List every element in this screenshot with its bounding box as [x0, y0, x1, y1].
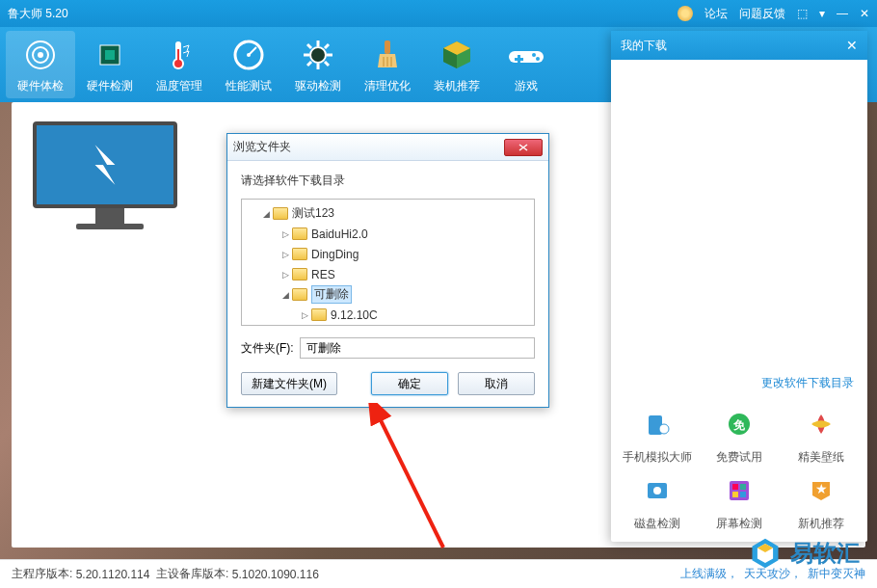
folder-icon — [292, 288, 307, 301]
thermo-icon — [160, 36, 199, 74]
download-grid-item[interactable]: 磁盘检测 — [619, 471, 695, 532]
tree-expand-icon[interactable]: ▷ — [280, 229, 290, 239]
grid-item-icon — [802, 405, 840, 443]
svg-rect-4 — [105, 50, 115, 60]
download-grid-item[interactable]: 精美壁纸 — [784, 405, 860, 466]
download-panel-title: 我的下载 — [621, 38, 846, 54]
new-folder-button[interactable]: 新建文件夹(M) — [241, 372, 337, 395]
svg-rect-39 — [740, 492, 746, 497]
dialog-title: 浏览文件夹 — [233, 139, 504, 155]
download-grid: 手机模拟大师免免费试用精美壁纸磁盘检测屏幕检测★新机推荐 — [611, 399, 867, 542]
folder-icon — [292, 248, 307, 260]
feedback-link[interactable]: 问题反馈 — [739, 6, 785, 22]
minimize-icon[interactable]: — — [837, 7, 848, 20]
download-grid-item[interactable]: ★新机推荐 — [784, 471, 860, 532]
toolbar-label: 温度管理 — [156, 78, 202, 94]
tree-expand-icon[interactable]: ▷ — [300, 310, 309, 320]
folder-icon — [292, 268, 307, 281]
svg-point-25 — [532, 53, 536, 57]
grid-item-icon — [720, 471, 758, 510]
tree-row[interactable]: ◢测试123 — [248, 203, 528, 224]
tree-item-name: DingDing — [311, 248, 359, 261]
toolbar-label: 清理优化 — [364, 78, 411, 94]
grid-item-label: 精美壁纸 — [798, 449, 844, 466]
tree-expand-icon[interactable]: ◢ — [280, 290, 290, 300]
folder-name-input[interactable] — [300, 337, 535, 359]
version-2: 5.1020.1090.116 — [232, 568, 319, 581]
toolbar-item-target[interactable]: 硬件体检 — [6, 31, 75, 98]
target-icon — [21, 36, 60, 74]
toolbar-item-thermo[interactable]: 温度管理 — [145, 31, 214, 98]
svg-rect-28 — [515, 58, 523, 61]
download-panel-header: 我的下载 ✕ — [611, 31, 867, 60]
svg-line-20 — [307, 62, 311, 66]
dialog-close-button[interactable] — [504, 139, 543, 156]
folder-icon — [273, 207, 288, 220]
chip-icon — [91, 36, 129, 74]
folder-tree[interactable]: ◢测试123▷BaiduHi2.0▷DingDing▷RES◢可删除▷9.12.… — [241, 199, 535, 326]
tree-row[interactable]: ▷BaiduHi2.0 — [248, 224, 528, 244]
tree-expand-icon[interactable]: ◢ — [261, 209, 271, 219]
close-icon[interactable]: ✕ — [860, 7, 869, 20]
toolbar-label: 硬件检测 — [87, 78, 133, 94]
svg-rect-36 — [732, 484, 738, 490]
version-1: 5.20.1120.114 — [76, 568, 150, 581]
grid-item-icon: ★ — [802, 471, 840, 510]
svg-rect-37 — [740, 484, 746, 490]
cancel-button[interactable]: 取消 — [458, 372, 535, 395]
tree-row[interactable]: ▷RES — [248, 264, 528, 284]
svg-line-17 — [307, 44, 311, 48]
change-download-dir-link[interactable]: 更改软件下载目录 — [611, 367, 867, 399]
tree-row[interactable]: ◢可删除 — [248, 284, 528, 305]
svg-line-19 — [325, 44, 329, 48]
download-grid-item[interactable]: 手机模拟大师 — [619, 405, 695, 466]
tree-item-name: 测试123 — [292, 205, 334, 222]
grid-item-label: 磁盘检测 — [634, 516, 680, 532]
svg-point-26 — [536, 57, 540, 61]
toolbar-item-chip[interactable]: 硬件检测 — [75, 31, 145, 98]
svg-point-12 — [310, 47, 326, 63]
tree-expand-icon[interactable]: ▷ — [280, 250, 290, 259]
toolbar-item-gear[interactable]: 驱动检测 — [283, 31, 353, 98]
toolbar-label: 游戏 — [515, 78, 538, 94]
svg-rect-8 — [177, 49, 179, 63]
menu-icon[interactable]: ▾ — [819, 7, 825, 20]
toolbar-item-brush[interactable]: 清理优化 — [353, 31, 422, 98]
title-bar: 鲁大师 5.20 论坛 问题反馈 ⬚ ▾ — ✕ — [0, 0, 877, 27]
svg-point-30 — [659, 424, 669, 434]
medal-icon[interactable] — [678, 6, 693, 21]
download-panel-body — [611, 60, 867, 367]
dialog-prompt: 请选择软件下载目录 — [241, 173, 535, 189]
toolbar-item-gauge[interactable]: 性能测试 — [214, 31, 283, 98]
gear-icon — [299, 36, 337, 74]
browse-folder-dialog: 浏览文件夹 请选择软件下载目录 ◢测试123▷BaiduHi2.0▷DingDi… — [226, 133, 549, 408]
tree-item-name: BaiduHi2.0 — [311, 227, 368, 241]
status-bar: 主程序版本: 5.20.1120.114 主设备库版本: 5.1020.1090… — [0, 559, 877, 588]
grid-item-icon: 免 — [720, 405, 758, 443]
ok-button[interactable]: 确定 — [371, 372, 448, 395]
download-grid-item[interactable]: 免免费试用 — [701, 405, 777, 466]
tree-row[interactable]: ▷DingDing — [248, 244, 528, 264]
svg-rect-38 — [732, 492, 738, 497]
box-icon — [438, 36, 476, 74]
version-label-1: 主程序版本: — [12, 566, 72, 582]
toolbar-item-gamepad[interactable]: 游戏 — [492, 31, 561, 98]
svg-point-2 — [38, 52, 43, 58]
forum-link[interactable]: 论坛 — [704, 6, 728, 22]
watermark-text: 易软汇 — [790, 538, 860, 569]
footer-link[interactable]: 上线满级 — [680, 567, 727, 580]
tree-row[interactable]: ▷9.12.10C — [248, 305, 528, 325]
download-panel-close-icon[interactable]: ✕ — [846, 38, 858, 53]
grid-item-label: 新机推荐 — [798, 516, 844, 532]
svg-point-34 — [653, 487, 661, 494]
download-panel: 我的下载 ✕ 更改软件下载目录 手机模拟大师免免费试用精美壁纸磁盘检测屏幕检测★… — [611, 31, 867, 542]
toolbar-item-box[interactable]: 装机推荐 — [422, 31, 492, 98]
gauge-icon — [229, 36, 268, 74]
svg-point-11 — [247, 53, 251, 57]
grid-item-icon — [638, 405, 677, 443]
tree-expand-icon[interactable]: ▷ — [280, 270, 290, 280]
watermark: 易软汇 — [748, 536, 860, 571]
skin-icon[interactable]: ⬚ — [797, 7, 808, 20]
download-grid-item[interactable]: 屏幕检测 — [701, 471, 777, 532]
folder-name-label: 文件夹(F): — [241, 340, 294, 357]
